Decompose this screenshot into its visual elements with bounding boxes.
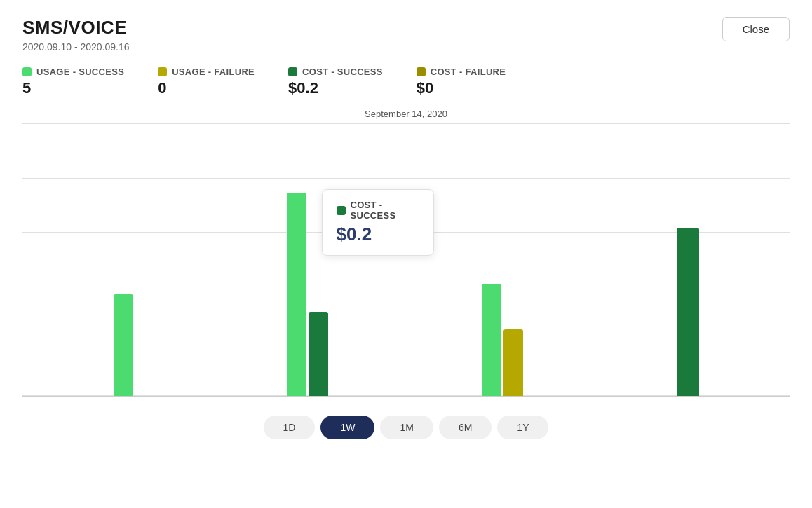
tooltip-dot <box>337 206 346 215</box>
bar-1-usage-success <box>114 294 133 396</box>
usage-failure-value: 0 <box>158 79 255 97</box>
cost-failure-dot <box>417 67 426 76</box>
chart-area: September 14, 2020 <box>22 109 790 403</box>
bar-group-3 <box>482 284 523 396</box>
date-range: 2020.09.10 - 2020.09.16 <box>22 41 130 53</box>
cost-success-value: $0.2 <box>288 79 383 97</box>
metric-cost-success: COST - SUCCESS $0.2 <box>288 67 383 97</box>
bar-group-2: COST - SUCCESS $0.2 <box>287 193 328 396</box>
usage-failure-dot <box>158 67 167 76</box>
metric-usage-failure: USAGE - FAILURE 0 <box>158 67 255 97</box>
time-btn-1y[interactable]: 1Y <box>497 416 548 439</box>
bar-group-1 <box>114 294 133 396</box>
usage-success-dot <box>22 67 32 76</box>
time-btn-1w[interactable]: 1W <box>320 416 374 439</box>
tooltip-value: $0.2 <box>337 224 419 245</box>
tooltip-label: COST - SUCCESS <box>337 200 419 221</box>
header-row: SMS/VOICE 2020.09.10 - 2020.09.16 Close <box>22 17 790 53</box>
metric-cost-failure: COST - FAILURE $0 <box>417 67 506 97</box>
bar-3-usage-failure <box>503 329 523 396</box>
cost-failure-value: $0 <box>417 79 506 97</box>
usage-failure-label: USAGE - FAILURE <box>158 67 255 77</box>
bar-group-4 <box>677 228 699 396</box>
cost-failure-label: COST - FAILURE <box>417 67 506 77</box>
cost-success-label: COST - SUCCESS <box>288 67 383 77</box>
cost-success-dot <box>288 67 297 76</box>
usage-success-label: USAGE - SUCCESS <box>22 67 124 77</box>
usage-success-value: 5 <box>22 79 124 97</box>
chart-hover-date: September 14, 2020 <box>22 109 790 119</box>
bars-wrapper: COST - SUCCESS $0.2 <box>36 123 776 396</box>
metrics-row: USAGE - SUCCESS 5 USAGE - FAILURE 0 COST… <box>22 67 790 97</box>
time-btn-1d[interactable]: 1D <box>264 416 316 439</box>
tooltip: COST - SUCCESS $0.2 <box>322 189 434 256</box>
page-title: SMS/VOICE <box>22 17 130 39</box>
bar-4-cost-success <box>677 228 699 396</box>
close-button[interactable]: Close <box>722 17 790 41</box>
bar-3-usage-success <box>482 284 501 396</box>
metric-usage-success: USAGE - SUCCESS 5 <box>22 67 124 97</box>
hover-line <box>311 158 312 396</box>
bar-2-usage-success <box>287 193 306 396</box>
title-block: SMS/VOICE 2020.09.10 - 2020.09.16 <box>22 17 130 53</box>
time-btn-1m[interactable]: 1M <box>380 416 433 439</box>
page: SMS/VOICE 2020.09.10 - 2020.09.16 Close … <box>0 0 812 508</box>
chart-container: COST - SUCCESS $0.2 <box>22 123 790 397</box>
time-btn-6m[interactable]: 6M <box>439 416 492 439</box>
time-range-row: 1D 1W 1M 6M 1Y <box>22 416 790 439</box>
